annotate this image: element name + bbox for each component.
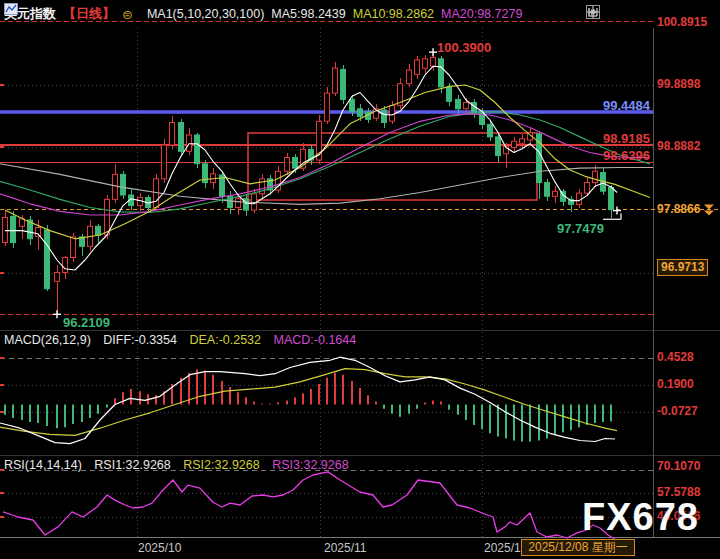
resistance2-label[interactable]: 98.6396 bbox=[603, 148, 650, 163]
chart-app: 美元指数 【日线】 ⊜ MA1(5,10,20,30,100) MA5:98.2… bbox=[0, 0, 720, 559]
low-price-label: 96.2109 bbox=[63, 315, 110, 330]
price-axis-label: 70.1070 bbox=[657, 459, 700, 473]
price-axis-label: 98.8882 bbox=[657, 139, 700, 153]
axis-play-icon[interactable] bbox=[620, 5, 634, 19]
title-bar: 美元指数 【日线】 ⊜ MA1(5,10,20,30,100) MA5:98.2… bbox=[4, 3, 522, 25]
macd-name: MACD(26,12,9) bbox=[4, 333, 91, 347]
rsi1-value: RSI1:32.9268 bbox=[94, 458, 170, 472]
recent-low-label: 97.7479 bbox=[557, 221, 604, 236]
date-axis-label[interactable]: 2025/10 bbox=[138, 541, 181, 555]
macd-header[interactable]: MACD(26,12,9) DIFF:-0.3354 DEA:-0.2532 M… bbox=[4, 333, 356, 347]
price-axis-label: 100.8915 bbox=[657, 15, 707, 29]
selected-date-badge: 2025/12/08 星期一 bbox=[521, 539, 635, 556]
price-axis-label: 0.1900 bbox=[657, 377, 694, 391]
chart-toolbar bbox=[586, 5, 651, 19]
macd-macd-value: MACD:-0.1644 bbox=[274, 333, 357, 347]
ma20-value: MA20:98.7279 bbox=[441, 7, 522, 21]
rsi-name: RSI(14,14,14) bbox=[4, 458, 82, 472]
rsi2-value: RSI2:32.9268 bbox=[183, 458, 259, 472]
price-axis-label: 99.8898 bbox=[657, 77, 700, 91]
date-axis-label[interactable]: 2025/1 bbox=[484, 541, 521, 555]
resistance1-label[interactable]: 98.9185 bbox=[603, 131, 650, 146]
date-axis[interactable]: 2025/12/08 星期一 2025/102025/112025/1 bbox=[0, 538, 720, 559]
axis-scale-icon[interactable] bbox=[603, 5, 617, 19]
ma5-value: MA5:98.2439 bbox=[271, 7, 345, 21]
jump-latest-icon[interactable] bbox=[637, 5, 651, 19]
rsi3-value: RSI3:32.9268 bbox=[272, 458, 348, 472]
price-axis-label: 96.9713 bbox=[657, 259, 708, 276]
price-axis-label: -0.0727 bbox=[657, 404, 698, 418]
date-axis-label[interactable]: 2025/11 bbox=[324, 541, 367, 555]
ma-settings-label[interactable]: MA1(5,10,20,30,100) bbox=[147, 7, 264, 21]
period-label[interactable]: 【日线】 bbox=[63, 5, 115, 23]
macd-diff-value: DIFF:-0.3354 bbox=[103, 333, 177, 347]
chart-canvas[interactable] bbox=[0, 0, 720, 559]
price-marker-icon bbox=[704, 205, 714, 210]
high-price-label: 100.3900 bbox=[437, 40, 491, 55]
fx678-watermark: FX678 bbox=[582, 496, 699, 539]
blue-line-label[interactable]: 99.4484 bbox=[603, 98, 650, 113]
ma10-value: MA10:98.2862 bbox=[353, 7, 434, 21]
price-axis-label: 97.8866 bbox=[657, 202, 700, 216]
rsi-header[interactable]: RSI(14,14,14) RSI1:32.9268 RSI2:32.9268 … bbox=[4, 458, 349, 472]
coin-icon[interactable]: ⊜ bbox=[122, 7, 133, 22]
price-axis-label: 0.4528 bbox=[657, 350, 694, 364]
macd-dea-value: DEA:-0.2532 bbox=[189, 333, 261, 347]
